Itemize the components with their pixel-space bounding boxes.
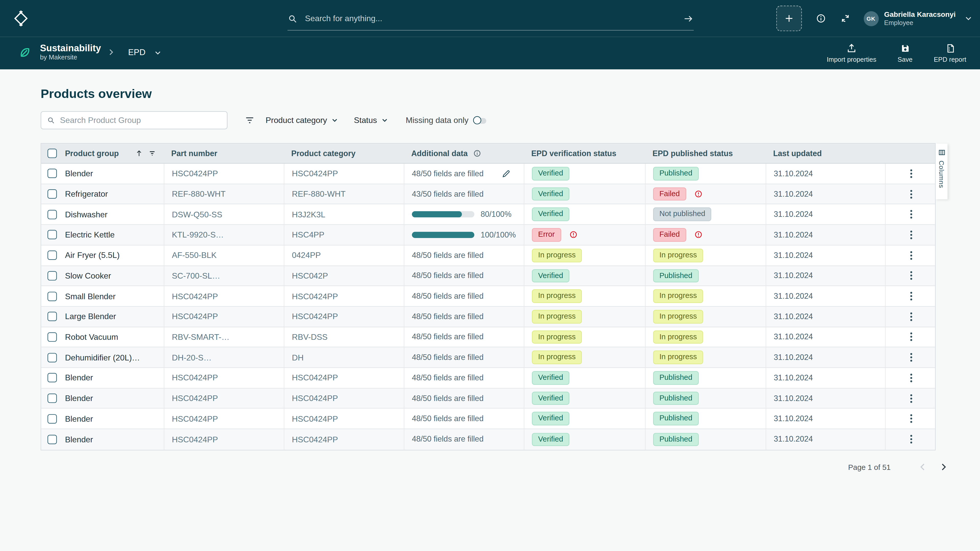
row-checkbox[interactable]: [48, 210, 57, 219]
progress-label: 80/100%: [480, 210, 511, 219]
row-checkbox[interactable]: [48, 353, 57, 362]
cell-additional-data: 48/50 fields are filled: [404, 266, 524, 286]
table-row: Dehumidifier (20L)…DH-20-S…DH48/50 field…: [41, 348, 935, 368]
add-button[interactable]: [776, 6, 802, 31]
makersite-logo-icon[interactable]: [13, 10, 29, 27]
epd-report-button[interactable]: EPD report: [934, 43, 966, 63]
module-selector[interactable]: EPD: [128, 48, 145, 57]
cell-additional-data: 80/100%: [404, 205, 524, 224]
cell-product-category: HSC0424PP: [284, 368, 404, 388]
cell-published-status: Not published: [645, 205, 765, 224]
header-product-category[interactable]: Product category: [284, 149, 404, 158]
cell-last-updated: 31.10.2024: [765, 164, 885, 184]
row-menu-icon[interactable]: [907, 373, 915, 383]
alert-icon: [569, 230, 578, 240]
row-menu-icon[interactable]: [907, 353, 915, 362]
header-last-updated[interactable]: Last updated: [765, 149, 885, 158]
row-menu-icon[interactable]: [907, 291, 915, 301]
app-title[interactable]: Sustainability by Makersite: [40, 43, 101, 61]
row-checkbox[interactable]: [48, 251, 57, 260]
row-menu-icon[interactable]: [907, 250, 915, 260]
row-menu-icon[interactable]: [907, 332, 915, 342]
module-chevron-down-icon[interactable]: [154, 49, 162, 57]
alert-icon: [694, 230, 703, 240]
cell-product-category: HSC0424PP: [284, 306, 404, 327]
cell-published-status: Published: [645, 409, 765, 429]
select-all-checkbox[interactable]: [48, 149, 57, 158]
row-checkbox[interactable]: [48, 312, 57, 321]
cell-additional-data: 48/50 fields are filled: [404, 306, 524, 327]
search-icon: [288, 14, 298, 24]
header-verification-status[interactable]: EPD verification status: [524, 149, 645, 158]
cell-last-updated: 31.10.2024: [765, 348, 885, 367]
row-checkbox[interactable]: [48, 373, 57, 383]
cell-verification-status: In progress: [524, 245, 645, 265]
cell-published-status: In progress: [645, 286, 765, 306]
row-menu-icon[interactable]: [907, 434, 915, 445]
cell-part-number: HSC0424PP: [164, 429, 284, 450]
additional-data-text: 48/50 fields are filled: [412, 394, 484, 403]
row-checkbox[interactable]: [48, 435, 57, 444]
cell-verification-status: In progress: [524, 348, 645, 367]
info-icon[interactable]: [815, 13, 826, 24]
additional-data-text: 48/50 fields are filled: [412, 373, 484, 382]
row-checkbox[interactable]: [48, 271, 57, 281]
row-menu-icon[interactable]: [907, 393, 915, 403]
alert-icon: [694, 189, 703, 199]
row-checkbox[interactable]: [48, 332, 57, 342]
save-button[interactable]: Save: [897, 43, 913, 63]
previous-page-icon[interactable]: [918, 462, 928, 472]
row-menu-icon[interactable]: [907, 189, 915, 199]
filter-list-icon[interactable]: [245, 115, 255, 126]
row-menu-icon[interactable]: [907, 210, 915, 219]
search-submit-arrow-icon[interactable]: [682, 13, 694, 24]
row-checkbox[interactable]: [48, 189, 57, 199]
chevron-down-icon[interactable]: [964, 14, 973, 22]
cell-product-category: H3J2K3L: [284, 205, 404, 224]
header-product-group[interactable]: Product group: [64, 149, 164, 158]
columns-panel-tab[interactable]: Columns: [935, 144, 948, 199]
product-group-search-input[interactable]: [60, 116, 221, 125]
cell-part-number: HSC0424PP: [164, 286, 284, 306]
row-menu-icon[interactable]: [907, 311, 915, 321]
sort-ascending-icon[interactable]: [135, 149, 143, 157]
cell-product-category: 0424PP: [284, 245, 404, 265]
sync-icon[interactable]: [840, 13, 850, 24]
progress-bar: [412, 232, 474, 238]
header-published-status[interactable]: EPD published status: [645, 149, 765, 158]
cell-additional-data: 48/50 fields are filled: [404, 429, 524, 450]
row-menu-icon[interactable]: [907, 230, 915, 240]
next-page-icon[interactable]: [939, 462, 948, 472]
row-menu-icon[interactable]: [907, 414, 915, 424]
row-checkbox[interactable]: [48, 394, 57, 403]
row-checkbox[interactable]: [48, 414, 57, 424]
edit-pencil-icon[interactable]: [501, 168, 511, 179]
cell-published-status: Published: [645, 164, 765, 184]
header-part-number[interactable]: Part number: [164, 149, 284, 158]
product-category-dropdown[interactable]: Product category: [266, 116, 339, 125]
row-checkbox[interactable]: [48, 230, 57, 240]
cell-part-number: DSW-Q50-SS: [164, 205, 284, 224]
import-properties-button[interactable]: Import properties: [827, 43, 876, 63]
cell-part-number: DH-20-S…: [164, 348, 284, 367]
row-menu-icon[interactable]: [907, 271, 915, 281]
column-filter-icon[interactable]: [148, 149, 156, 157]
missing-data-toggle[interactable]: [473, 116, 487, 124]
cell-additional-data: 100/100%: [404, 225, 524, 245]
published-badge: Failed: [653, 228, 686, 241]
row-menu-icon[interactable]: [907, 168, 915, 179]
user-menu[interactable]: Gabriella Karacsonyi Employee: [884, 10, 956, 27]
app-bar: Sustainability by Makersite EPD Import p…: [0, 37, 980, 69]
avatar[interactable]: GK: [863, 11, 878, 26]
info-icon[interactable]: [473, 149, 482, 157]
status-dropdown[interactable]: Status: [354, 116, 388, 125]
cell-last-updated: 31.10.2024: [765, 306, 885, 327]
row-checkbox[interactable]: [48, 292, 57, 301]
cell-verification-status: In progress: [524, 327, 645, 347]
header-additional-data[interactable]: Additional data: [404, 149, 524, 158]
verification-badge: Verified: [532, 371, 570, 385]
search-icon: [47, 116, 55, 124]
cell-last-updated: 31.10.2024: [765, 327, 885, 347]
row-checkbox[interactable]: [48, 169, 57, 178]
global-search-input[interactable]: [305, 14, 682, 23]
